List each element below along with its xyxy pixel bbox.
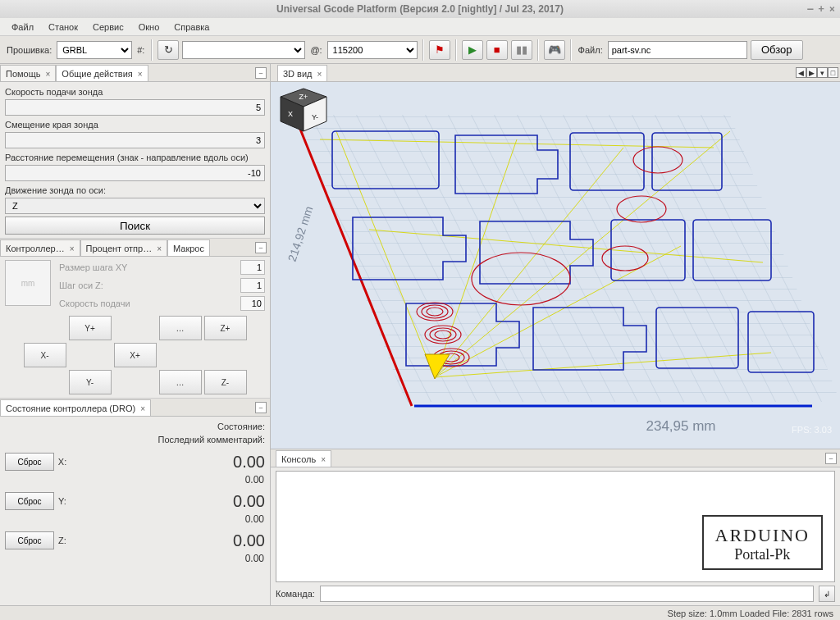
jog-diag-button[interactable]: … — [159, 316, 202, 340]
menu-window[interactable]: Окно — [132, 21, 167, 34]
window-title: Universal Gcode Platform (Версия 2.0 [ni… — [276, 3, 564, 15]
close-icon[interactable]: × — [70, 244, 75, 253]
window-close-button[interactable]: × — [829, 3, 835, 15]
browse-button[interactable]: Обзор — [751, 40, 803, 60]
jog-x-minus-button[interactable]: X- — [24, 343, 66, 367]
pause-button[interactable]: ▮▮ — [511, 40, 532, 60]
probe-distance-input[interactable] — [5, 165, 265, 181]
pendant-button[interactable]: 🎮 — [544, 40, 565, 60]
watermark: ARDUINO Portal-Pk — [702, 515, 823, 570]
probe-offset-input[interactable] — [5, 132, 265, 148]
reset-z-button[interactable]: Сброс — [5, 531, 54, 549]
menu-machine[interactable]: Станок — [42, 21, 84, 34]
reset-y-button[interactable]: Сброс — [5, 492, 54, 510]
step-z-label: Шаг оси Z: — [59, 280, 235, 290]
window-minimize-button[interactable]: – — [807, 3, 813, 15]
jog-z-minus-button[interactable]: Z- — [204, 370, 247, 394]
tab-dro[interactable]: Состояние контроллера (DRO)× — [0, 399, 151, 417]
panel-minimize-button[interactable]: – — [255, 402, 267, 413]
axis-y-machine: 0.00 — [71, 492, 265, 511]
jog-feed-input[interactable] — [240, 296, 265, 311]
hash-label: #: — [137, 45, 144, 55]
command-label: Команда: — [276, 589, 315, 599]
menu-bar: Файл Станок Сервис Окно Справка — [0, 18, 840, 36]
port-select[interactable] — [182, 41, 305, 59]
tab-common-actions[interactable]: Общие действия× — [56, 65, 148, 82]
panel-minimize-button[interactable]: – — [255, 67, 267, 79]
jog-y-plus-button[interactable]: Y+ — [69, 316, 112, 340]
dro-panel: Состояние: Последний комментарий: Сброс … — [0, 417, 270, 605]
view-maximize-button[interactable]: □ — [828, 67, 838, 78]
right-panel: 3D вид× ◀ ▶ ▾ □ — [271, 64, 840, 605]
status-bar: Step size: 1.0mm Loaded File: 2831 rows — [0, 605, 840, 620]
svg-text:Z+: Z+ — [299, 93, 308, 101]
panel-minimize-button[interactable]: – — [825, 453, 837, 464]
jog-y-minus-button[interactable]: Y- — [69, 370, 112, 394]
jog-z-plus-button[interactable]: Z+ — [204, 316, 247, 340]
step-xy-label: Размер шага XY — [59, 262, 235, 272]
title-bar: Universal Gcode Platform (Версия 2.0 [ni… — [0, 0, 840, 18]
baud-label: @: — [310, 45, 322, 55]
axis-x-work: 0.00 — [5, 474, 265, 486]
panel-minimize-button[interactable]: – — [255, 242, 267, 253]
command-send-button[interactable]: ↲ — [819, 586, 835, 602]
svg-marker-0 — [295, 115, 840, 402]
menu-file[interactable]: Файл — [5, 21, 40, 34]
reset-x-button[interactable]: Сброс — [5, 453, 54, 471]
view-next-button[interactable]: ▶ — [806, 67, 817, 78]
dim-x-text: 234,95 mm — [646, 418, 715, 434]
axis-x-machine: 0.00 — [71, 453, 265, 472]
close-icon[interactable]: × — [140, 404, 145, 413]
dro-state-label: Состояние: — [5, 420, 265, 433]
main-toolbar: Прошивка: GRBL #: ↻ @: 115200 ⚑ ▶ ■ ▮▮ 🎮… — [0, 36, 840, 64]
close-icon[interactable]: × — [157, 244, 162, 253]
close-icon[interactable]: × — [46, 70, 51, 79]
3d-viewport[interactable]: 234,95 mm 214,92 mm FPS: 3.03 Z+ X Y- — [271, 82, 840, 449]
probe-search-button[interactable]: Поиск — [5, 217, 265, 235]
jog-panel: mm Размер шага XY Шаг оси Z: Скорость по… — [0, 257, 270, 399]
console-output[interactable]: ARDUINO Portal-Pk — [276, 471, 835, 582]
play-button[interactable]: ▶ — [462, 40, 483, 60]
jog-diag-button[interactable]: … — [159, 370, 202, 394]
tab-controller[interactable]: Контроллер…× — [0, 239, 80, 257]
fps-text: FPS: 3.03 — [792, 425, 832, 435]
dro-comment-label: Последний комментарий: — [5, 433, 265, 446]
status-text: Step size: 1.0mm Loaded File: 2831 rows — [668, 609, 833, 618]
step-xy-input[interactable] — [240, 260, 265, 275]
jog-x-plus-button[interactable]: X+ — [114, 343, 157, 367]
axis-z-label: Z: — [54, 536, 71, 545]
stop-button[interactable]: ■ — [486, 40, 508, 60]
probe-axis-label: Движение зонда по оси: — [5, 185, 265, 195]
refresh-button[interactable]: ↻ — [158, 40, 179, 60]
close-icon[interactable]: × — [138, 70, 143, 79]
firmware-select[interactable]: GRBL — [57, 41, 132, 59]
axis-z-work: 0.00 — [5, 553, 265, 564]
probe-panel: Скорость подачи зонда Смещение края зонд… — [0, 82, 270, 239]
tab-3d-view[interactable]: 3D вид× — [277, 65, 327, 82]
firmware-label: Прошивка: — [7, 45, 52, 55]
tab-console[interactable]: Консоль× — [276, 450, 331, 467]
close-icon[interactable]: × — [321, 455, 326, 464]
baud-select[interactable]: 115200 — [327, 41, 418, 59]
dim-y-text: 214,92 mm — [285, 204, 316, 263]
tab-percent-sent[interactable]: Процент отпр…× — [80, 239, 167, 257]
probe-feed-input[interactable] — [5, 99, 265, 116]
tab-macro[interactable]: Макрос — [167, 239, 210, 257]
file-label: Файл: — [578, 45, 603, 55]
file-input[interactable] — [608, 41, 747, 59]
tab-help[interactable]: Помощь× — [0, 65, 56, 82]
close-icon[interactable]: × — [317, 70, 322, 79]
menu-help[interactable]: Справка — [167, 21, 216, 34]
view-prev-button[interactable]: ◀ — [796, 67, 806, 78]
window-maximize-button[interactable]: + — [819, 3, 824, 15]
step-z-input[interactable] — [240, 278, 265, 293]
left-panel: Помощь× Общие действия× – Скорость подач… — [0, 64, 271, 605]
view-dropdown-button[interactable]: ▾ — [817, 67, 828, 78]
svg-text:Y-: Y- — [312, 113, 318, 121]
menu-service[interactable]: Сервис — [86, 21, 130, 34]
probe-axis-select[interactable]: Z — [5, 198, 265, 214]
connect-button[interactable]: ⚑ — [429, 40, 450, 60]
axis-y-work: 0.00 — [5, 513, 265, 525]
units-box[interactable]: mm — [5, 260, 51, 306]
command-input[interactable] — [320, 586, 814, 602]
